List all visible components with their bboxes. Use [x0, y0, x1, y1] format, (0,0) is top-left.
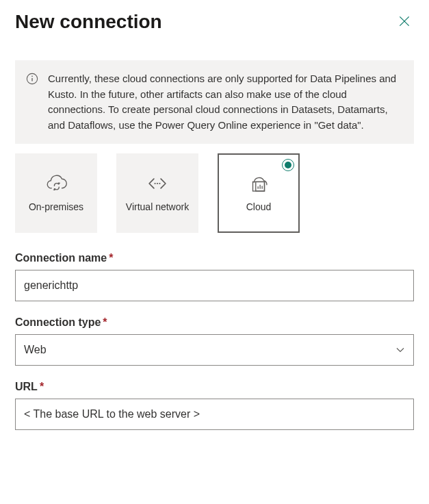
- cloud-data-icon: [247, 173, 270, 194]
- chevron-down-icon: [395, 345, 405, 355]
- gateway-type-tiles: On-premises Virtual network: [15, 153, 414, 233]
- info-banner: Currently, these cloud connections are o…: [15, 60, 414, 144]
- svg-point-4: [31, 76, 33, 77]
- field-connection-type: Connection type* Web: [15, 316, 414, 366]
- field-url: URL*: [15, 381, 414, 430]
- connection-type-label: Connection type*: [15, 316, 414, 329]
- tile-cloud[interactable]: Cloud: [218, 153, 300, 233]
- required-indicator: *: [109, 252, 113, 264]
- label-text: URL: [15, 381, 38, 392]
- close-icon: [398, 14, 411, 30]
- tile-label: Virtual network: [126, 201, 189, 213]
- panel-header: New connection: [15, 11, 414, 33]
- panel-title: New connection: [15, 11, 162, 33]
- radio-indicator: [282, 159, 294, 171]
- label-text: Connection name: [15, 252, 107, 264]
- svg-point-7: [159, 183, 160, 184]
- network-icon: [146, 173, 169, 194]
- info-icon: [26, 73, 38, 133]
- connection-type-select[interactable]: Web: [15, 334, 414, 366]
- label-text: Connection type: [15, 316, 101, 328]
- svg-point-5: [154, 183, 155, 184]
- required-indicator: *: [40, 381, 44, 392]
- select-value: Web: [24, 344, 47, 356]
- required-indicator: *: [103, 316, 107, 328]
- cloud-sync-icon: [44, 173, 68, 194]
- new-connection-panel: New connection Currently, these cloud co…: [0, 0, 429, 460]
- tile-label: Cloud: [246, 201, 272, 213]
- svg-rect-8: [253, 181, 265, 191]
- connection-name-label: Connection name*: [15, 252, 414, 264]
- connection-name-input[interactable]: [15, 270, 414, 301]
- url-input[interactable]: [15, 399, 414, 430]
- url-label: URL*: [15, 381, 414, 393]
- close-button[interactable]: [395, 12, 414, 33]
- svg-point-6: [157, 183, 158, 184]
- info-text: Currently, these cloud connections are o…: [48, 71, 402, 133]
- field-connection-name: Connection name*: [15, 252, 414, 301]
- tile-virtual-network[interactable]: Virtual network: [116, 153, 198, 233]
- tile-on-premises[interactable]: On-premises: [15, 153, 97, 233]
- tile-label: On-premises: [29, 201, 83, 213]
